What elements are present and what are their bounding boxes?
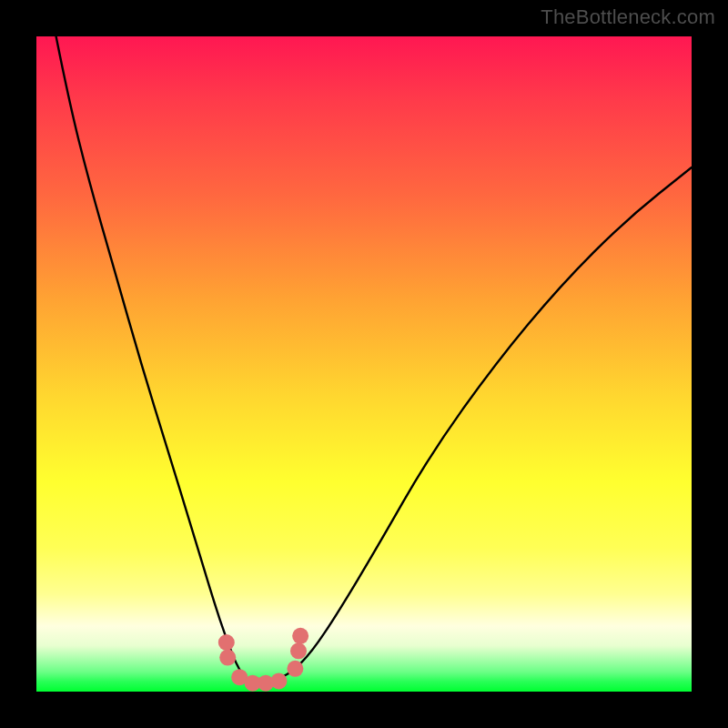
plot-area: [36, 36, 692, 692]
curve-marker: [219, 650, 236, 666]
bottleneck-curve: [56, 36, 692, 685]
chart-frame: TheBottleneck.com: [0, 0, 728, 728]
watermark-text: TheBottleneck.com: [541, 5, 715, 29]
curve-markers: [218, 628, 308, 692]
curve-marker: [290, 642, 307, 659]
curve-marker: [287, 661, 303, 677]
chart-svg: [36, 36, 692, 692]
curve-marker: [292, 628, 308, 644]
curve-marker: [270, 672, 287, 689]
curve-marker: [218, 634, 235, 651]
